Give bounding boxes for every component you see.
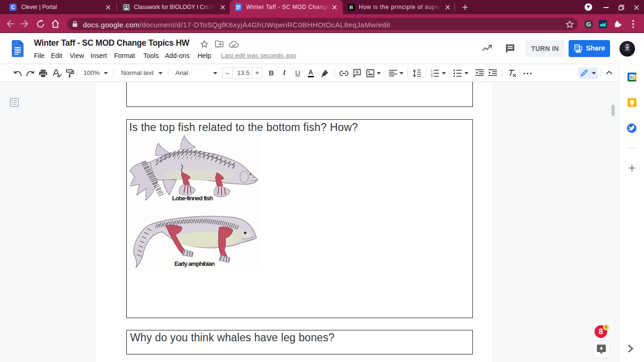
svg-text:3: 3: [431, 74, 433, 77]
svg-text:31: 31: [629, 75, 634, 80]
svg-text:Early amphibian: Early amphibian: [174, 260, 215, 267]
svg-text:Lobe-finned fish: Lobe-finned fish: [172, 195, 213, 202]
